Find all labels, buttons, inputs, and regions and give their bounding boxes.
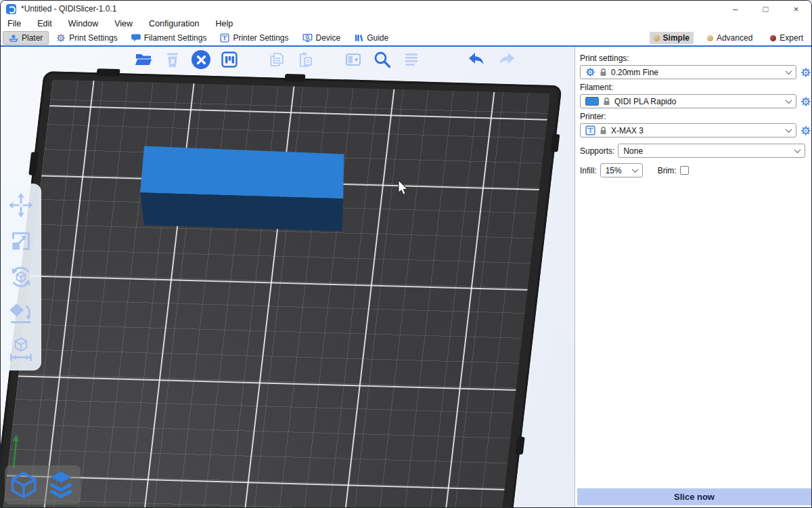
printer-gear-icon[interactable] xyxy=(800,125,811,136)
tab-filament-settings[interactable]: Filament Settings xyxy=(125,31,213,45)
guide-icon xyxy=(354,33,363,43)
split-instances-button[interactable] xyxy=(343,49,363,70)
tab-guide[interactable]: Guide xyxy=(348,31,394,45)
y-axis-arrow-icon xyxy=(7,433,21,469)
app-window: *Untitled - QIDISlicer-1.0.1 – □ × File … xyxy=(0,0,812,508)
preview-layers-view-icon[interactable] xyxy=(45,470,76,500)
infill-combo[interactable]: 15% xyxy=(600,163,643,177)
title-bar: *Untitled - QIDISlicer-1.0.1 – □ × xyxy=(1,1,811,17)
printer-icon xyxy=(220,33,229,43)
filament-gear-icon[interactable] xyxy=(800,96,811,107)
measure-tool-icon[interactable] xyxy=(7,335,35,362)
search-icon xyxy=(372,49,392,70)
view-toggle-panel xyxy=(5,465,81,505)
split-instances-icon xyxy=(344,50,363,69)
move-tool-icon[interactable] xyxy=(7,192,35,219)
top-toolbar xyxy=(133,49,516,70)
scale-tool-icon[interactable] xyxy=(7,228,35,255)
slice-now-button[interactable]: Slice now xyxy=(577,488,811,505)
printer-label: Printer: xyxy=(580,112,811,121)
printer-combo[interactable]: X-MAX 3 xyxy=(580,123,796,137)
cross-icon xyxy=(197,56,206,64)
simple-dot-icon xyxy=(654,35,660,41)
arrange-button[interactable] xyxy=(219,49,240,70)
settings-sidebar: Print settings: 0.20mm Fine Filament: QI… xyxy=(574,47,811,507)
tab-printer-settings[interactable]: Printer Settings xyxy=(214,31,294,45)
arrange-icon xyxy=(220,50,239,69)
infill-value: 15% xyxy=(606,166,622,175)
lock-icon xyxy=(603,98,610,106)
advanced-dot-icon xyxy=(707,35,713,41)
tab-label: Printer Settings xyxy=(233,33,288,43)
variable-layer-height-button[interactable] xyxy=(401,49,422,70)
viewport-3d[interactable] xyxy=(1,47,574,507)
menu-help[interactable]: Help xyxy=(215,19,233,28)
mode-expert[interactable]: Expert xyxy=(766,32,807,44)
tab-plater[interactable]: Plater xyxy=(3,31,49,45)
delete-button[interactable] xyxy=(162,49,183,70)
app-logo-icon xyxy=(6,4,16,14)
scene-overlay xyxy=(1,47,574,507)
left-toolbar xyxy=(1,184,41,371)
mode-label: Expert xyxy=(780,33,803,43)
tab-label: Device xyxy=(316,33,341,43)
layers-lines-icon xyxy=(402,50,421,69)
menu-configuration[interactable]: Configuration xyxy=(149,19,199,28)
undo-arrow-icon xyxy=(467,50,487,69)
lock-icon xyxy=(600,127,607,135)
mode-advanced[interactable]: Advanced xyxy=(703,32,757,44)
menu-edit[interactable]: Edit xyxy=(37,19,52,28)
tab-print-settings[interactable]: Print Settings xyxy=(50,31,123,45)
chevron-down-icon xyxy=(786,97,792,104)
menu-window[interactable]: Window xyxy=(68,19,98,28)
gear-icon xyxy=(585,67,595,77)
mode-label: Advanced xyxy=(717,33,752,43)
plater-icon xyxy=(9,33,18,43)
menu-view[interactable]: View xyxy=(114,19,133,28)
rotate-tool-icon[interactable] xyxy=(7,263,35,291)
mode-switcher: Simple Advanced Expert xyxy=(650,32,807,44)
print-settings-label: Print settings: xyxy=(580,54,811,63)
supports-value: None xyxy=(623,146,643,156)
supports-combo[interactable]: None xyxy=(618,144,805,158)
3d-editor-view-icon[interactable] xyxy=(9,470,39,500)
redo-button[interactable] xyxy=(496,49,516,70)
printer-value: X-MAX 3 xyxy=(611,126,644,135)
filament-value: QIDI PLA Rapido xyxy=(614,97,676,106)
open-project-button[interactable] xyxy=(133,49,154,70)
chevron-down-icon xyxy=(631,166,638,173)
printer-icon xyxy=(585,125,595,135)
trash-icon xyxy=(164,50,181,69)
mode-simple[interactable]: Simple xyxy=(650,32,694,44)
filament-label: Filament: xyxy=(580,83,811,92)
undo-button[interactable] xyxy=(467,49,487,70)
minimize-button[interactable]: – xyxy=(720,1,750,17)
filament-color-swatch xyxy=(585,97,599,106)
copy-button[interactable] xyxy=(267,49,287,70)
delete-all-button[interactable] xyxy=(191,50,210,69)
paste-button[interactable] xyxy=(296,49,316,70)
gear-icon xyxy=(56,33,66,43)
model-object-top[interactable] xyxy=(140,146,344,199)
close-button[interactable]: × xyxy=(781,1,811,17)
maximize-button[interactable]: □ xyxy=(750,1,781,17)
print-settings-value: 0.20mm Fine xyxy=(611,68,658,77)
search-button[interactable] xyxy=(372,49,392,70)
redo-arrow-icon xyxy=(496,50,516,69)
open-folder-icon xyxy=(134,50,153,69)
supports-label: Supports: xyxy=(580,146,614,156)
tab-label: Guide xyxy=(367,33,388,43)
model-object-front[interactable] xyxy=(140,192,343,231)
mouse-cursor xyxy=(397,179,409,197)
brim-checkbox[interactable] xyxy=(680,166,689,175)
tab-label: Plater xyxy=(22,33,43,43)
filament-icon xyxy=(131,33,141,43)
menu-file[interactable]: File xyxy=(7,19,21,28)
filament-combo[interactable]: QIDI PLA Rapido xyxy=(580,94,796,108)
tab-device[interactable]: Device xyxy=(296,31,347,45)
mode-label: Simple xyxy=(663,33,690,43)
tab-label: Filament Settings xyxy=(144,33,207,43)
print-settings-gear-icon[interactable] xyxy=(800,67,811,78)
print-settings-combo[interactable]: 0.20mm Fine xyxy=(580,65,796,79)
place-on-face-tool-icon[interactable] xyxy=(7,299,35,326)
